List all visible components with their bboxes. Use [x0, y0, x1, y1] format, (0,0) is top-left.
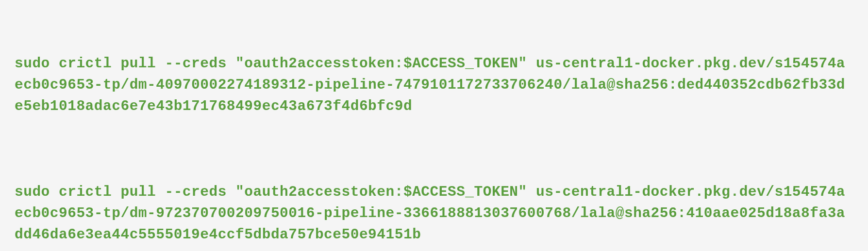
- command-line: sudo crictl pull --creds "oauth2accessto…: [15, 181, 853, 246]
- command-line: sudo crictl pull --creds "oauth2accessto…: [15, 53, 853, 117]
- code-block: sudo crictl pull --creds "oauth2accessto…: [15, 10, 853, 251]
